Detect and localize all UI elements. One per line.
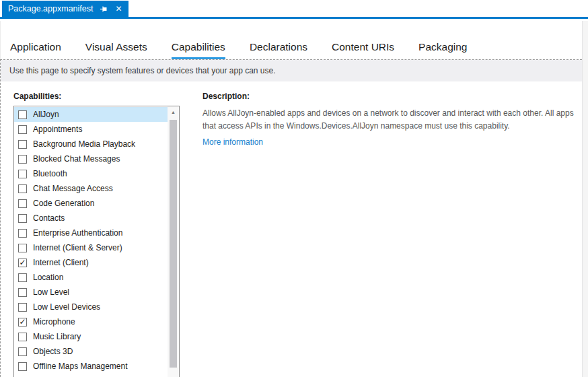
list-item-bluetooth[interactable]: Bluetooth (14, 166, 168, 181)
capability-label: Objects 3D (33, 347, 73, 356)
checked-checkbox[interactable]: ✓ (18, 259, 27, 267)
tab-declarations[interactable]: Declarations (250, 41, 307, 59)
list-item-alljoyn[interactable]: AllJoyn (14, 107, 168, 122)
info-bar-text: Use this page to specify system features… (9, 66, 276, 75)
capability-label: Location (33, 273, 63, 282)
unchecked-checkbox[interactable] (18, 303, 27, 312)
capabilities-rows: AllJoynAppointmentsBackground Media Play… (14, 107, 168, 374)
tab-capabilities[interactable]: Capabilities (172, 41, 225, 59)
capability-label: Enterprise Authentication (33, 228, 122, 238)
unchecked-checkbox[interactable] (18, 184, 27, 193)
checked-checkbox[interactable]: ✓ (18, 318, 27, 327)
capability-label: Blocked Chat Messages (33, 154, 120, 164)
list-item-location[interactable]: Location (14, 270, 168, 285)
capability-label: AllJoyn (33, 110, 59, 119)
list-item-offline-maps-management[interactable]: Offline Maps Management (14, 359, 168, 374)
close-icon[interactable]: ✕ (115, 5, 122, 13)
unchecked-checkbox[interactable] (18, 155, 27, 164)
page-body: Use this page to specify system features… (0, 59, 582, 377)
list-item-internet-client-server[interactable]: Internet (Client & Server) (14, 240, 168, 255)
unchecked-checkbox[interactable] (18, 229, 27, 238)
capability-label: Low Level (33, 287, 69, 297)
list-item-contacts[interactable]: Contacts (14, 211, 168, 226)
unchecked-checkbox[interactable] (18, 288, 27, 297)
capability-label: Background Media Playback (33, 139, 135, 149)
list-item-low-level[interactable]: Low Level (14, 285, 168, 300)
tab-content-uris[interactable]: Content URIs (332, 41, 394, 59)
capability-label: Contacts (33, 213, 65, 223)
document-tabstrip: Package.appxmanifest ✕ (0, 0, 588, 19)
capability-label: Bluetooth (33, 169, 67, 178)
unchecked-checkbox[interactable] (18, 273, 27, 282)
capability-label: Music Library (33, 332, 81, 341)
unchecked-checkbox[interactable] (18, 125, 27, 134)
list-item-appointments[interactable]: Appointments (14, 122, 168, 137)
unchecked-checkbox[interactable] (18, 362, 27, 371)
description-panel: Description: Allows AllJoyn-enabled apps… (203, 92, 577, 147)
tab-application[interactable]: Application (10, 41, 61, 59)
capability-label: Low Level Devices (33, 302, 100, 312)
capability-label: Appointments (33, 125, 82, 134)
capabilities-list[interactable]: AllJoynAppointmentsBackground Media Play… (13, 106, 180, 377)
unchecked-checkbox[interactable] (18, 333, 27, 341)
capability-label: Chat Message Access (33, 184, 113, 193)
more-information-link[interactable]: More information (203, 137, 263, 147)
list-scrollbar[interactable]: ▲ (168, 106, 179, 377)
capability-label: Code Generation (33, 199, 94, 208)
document-tab-title: Package.appxmanifest (8, 4, 93, 13)
list-item-low-level-devices[interactable]: Low Level Devices (14, 300, 168, 314)
unchecked-checkbox[interactable] (18, 214, 27, 223)
document-tab[interactable]: Package.appxmanifest ✕ (2, 1, 128, 17)
list-item-microphone[interactable]: ✓Microphone (14, 314, 168, 329)
capabilities-label: Capabilities: (13, 92, 61, 101)
unchecked-checkbox[interactable] (18, 347, 27, 356)
editor-right-gutter (582, 21, 588, 377)
description-label: Description: (203, 92, 577, 101)
unchecked-checkbox[interactable] (18, 140, 27, 149)
pin-icon[interactable] (100, 5, 108, 13)
scrollbar-up-arrow-icon[interactable]: ▲ (168, 106, 179, 118)
list-item-code-generation[interactable]: Code Generation (14, 196, 168, 211)
unchecked-checkbox[interactable] (18, 199, 27, 208)
main-content: Capabilities: AllJoynAppointmentsBackgro… (1, 81, 582, 377)
list-item-chat-message-access[interactable]: Chat Message Access (14, 181, 168, 196)
list-item-music-library[interactable]: Music Library (14, 329, 168, 344)
capability-label: Internet (Client & Server) (33, 243, 122, 252)
tab-visual-assets[interactable]: Visual Assets (85, 41, 147, 59)
list-item-blocked-chat-messages[interactable]: Blocked Chat Messages (14, 151, 168, 166)
nav-tabs: ApplicationVisual AssetsCapabilitiesDecl… (0, 21, 582, 59)
list-item-background-media-playback[interactable]: Background Media Playback (14, 137, 168, 151)
scrollbar-thumb[interactable] (170, 120, 177, 368)
list-item-objects-3d[interactable]: Objects 3D (14, 344, 168, 359)
capability-label: Microphone (33, 317, 75, 327)
manifest-designer-page: ApplicationVisual AssetsCapabilitiesDecl… (0, 21, 582, 377)
unchecked-checkbox[interactable] (18, 244, 27, 252)
list-item-enterprise-authentication[interactable]: Enterprise Authentication (14, 226, 168, 240)
list-item-internet-client[interactable]: ✓Internet (Client) (14, 255, 168, 270)
info-bar: Use this page to specify system features… (1, 60, 582, 81)
unchecked-checkbox[interactable] (18, 110, 27, 119)
tab-packaging[interactable]: Packaging (418, 41, 467, 59)
description-text: Allows AllJoyn-enabled apps and devices … (203, 107, 577, 133)
capability-label: Internet (Client) (33, 258, 89, 267)
capability-label: Offline Maps Management (33, 362, 128, 371)
unchecked-checkbox[interactable] (18, 170, 27, 178)
